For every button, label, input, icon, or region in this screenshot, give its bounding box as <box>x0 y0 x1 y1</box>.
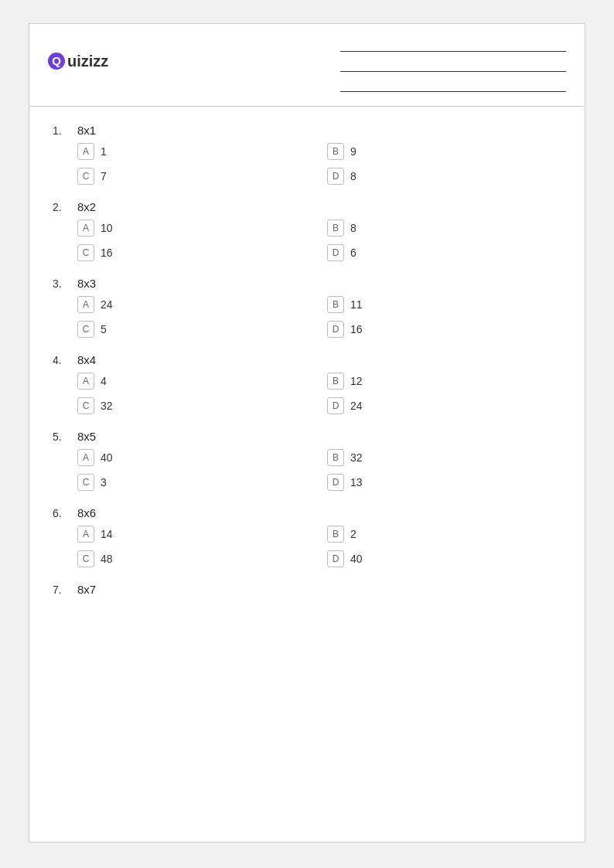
option-letter-badge: D <box>327 168 344 185</box>
question-block: 5.8x5A40B32C3D13 <box>53 420 561 491</box>
option-value: 6 <box>350 247 356 259</box>
question-text: 8x4 <box>77 353 96 366</box>
question-number: 4. <box>53 354 70 366</box>
question-text: 8x2 <box>77 200 96 213</box>
option-value: 8 <box>350 222 356 234</box>
option-c: C5 <box>77 321 312 338</box>
option-letter-badge: B <box>327 449 344 466</box>
option-value: 16 <box>350 323 363 335</box>
question-header: 5.8x5 <box>53 420 561 449</box>
option-letter-badge: B <box>327 373 344 390</box>
option-c: C48 <box>77 550 312 567</box>
option-letter-badge: A <box>77 526 94 543</box>
question-number: 2. <box>53 201 70 213</box>
option-letter-badge: B <box>327 220 344 237</box>
option-letter-badge: B <box>327 526 344 543</box>
option-c: C16 <box>77 244 312 261</box>
options-grid: A40B32C3D13 <box>77 449 561 491</box>
option-letter-badge: B <box>327 296 344 313</box>
option-value: 48 <box>101 553 113 565</box>
question-number: 7. <box>53 584 70 596</box>
page: Quizizz 1.8x1A1B9C7D82.8x2A10B8C16D63.8x… <box>29 23 585 842</box>
option-value: 14 <box>101 528 113 540</box>
option-letter-badge: A <box>77 296 94 313</box>
question-text: 8x3 <box>77 277 96 290</box>
option-value: 7 <box>101 170 107 182</box>
option-d: D16 <box>327 321 561 338</box>
option-a: A1 <box>77 143 312 160</box>
option-letter-badge: A <box>77 449 94 466</box>
option-a: A14 <box>77 526 312 543</box>
options-grid: A4B12C32D24 <box>77 373 561 414</box>
options-grid: A10B8C16D6 <box>77 220 561 261</box>
option-value: 40 <box>101 451 113 464</box>
name-line <box>340 38 566 52</box>
option-value: 10 <box>101 222 113 234</box>
option-value: 40 <box>350 553 363 565</box>
option-letter-badge: D <box>327 397 344 414</box>
option-letter-badge: C <box>77 550 94 567</box>
header-left: Quizizz <box>48 38 276 92</box>
option-value: 24 <box>350 400 363 412</box>
option-letter-badge: D <box>327 550 344 567</box>
option-a: A10 <box>77 220 312 237</box>
date-field-row <box>292 78 566 92</box>
option-c: C32 <box>77 397 312 414</box>
option-letter-badge: A <box>77 373 94 390</box>
name-field-row <box>292 38 566 52</box>
option-d: D6 <box>327 244 561 261</box>
option-b: B2 <box>327 526 561 543</box>
question-text: 8x5 <box>77 430 96 443</box>
options-grid: A14B2C48D40 <box>77 526 561 567</box>
option-value: 3 <box>101 476 107 488</box>
question-number: 1. <box>53 124 70 137</box>
option-value: 24 <box>101 298 113 311</box>
question-header: 2.8x2 <box>53 191 561 220</box>
option-c: C3 <box>77 474 312 491</box>
option-d: D13 <box>327 474 561 491</box>
question-number: 5. <box>53 431 70 443</box>
question-block: 2.8x2A10B8C16D6 <box>53 191 561 261</box>
date-line <box>340 78 566 92</box>
options-grid: A1B9C7D8 <box>77 143 561 185</box>
option-value: 1 <box>101 145 107 158</box>
question-header: 1.8x1 <box>53 114 561 143</box>
question-block: 7.8x7 <box>53 574 561 602</box>
option-value: 5 <box>101 323 107 335</box>
question-block: 6.8x6A14B2C48D40 <box>53 497 561 567</box>
header: Quizizz <box>29 24 585 107</box>
option-b: B11 <box>327 296 561 313</box>
option-letter-badge: A <box>77 143 94 160</box>
class-field-row <box>292 58 566 72</box>
option-letter-badge: C <box>77 321 94 338</box>
logo: Quizizz <box>48 53 276 70</box>
option-letter-badge: D <box>327 474 344 491</box>
option-value: 8 <box>350 170 356 182</box>
option-letter-badge: C <box>77 397 94 414</box>
question-number: 3. <box>53 277 70 290</box>
option-value: 12 <box>350 375 363 387</box>
option-value: 32 <box>350 451 363 464</box>
option-letter-badge: C <box>77 244 94 261</box>
option-b: B32 <box>327 449 561 466</box>
question-text: 8x6 <box>77 506 96 519</box>
header-right <box>292 38 566 92</box>
option-b: B12 <box>327 373 561 390</box>
question-block: 3.8x3A24B11C5D16 <box>53 267 561 338</box>
option-value: 32 <box>101 400 113 412</box>
question-number: 6. <box>53 507 70 519</box>
option-b: B9 <box>327 143 561 160</box>
question-block: 1.8x1A1B9C7D8 <box>53 114 561 185</box>
option-d: D8 <box>327 168 561 185</box>
option-c: C7 <box>77 168 312 185</box>
question-text: 8x7 <box>77 583 96 596</box>
question-header: 6.8x6 <box>53 497 561 526</box>
option-d: D40 <box>327 550 561 567</box>
question-block: 4.8x4A4B12C32D24 <box>53 344 561 414</box>
option-a: A4 <box>77 373 312 390</box>
class-line <box>340 58 566 72</box>
options-grid: A24B11C5D16 <box>77 296 561 338</box>
option-a: A40 <box>77 449 312 466</box>
option-value: 9 <box>350 145 356 158</box>
option-letter-badge: A <box>77 220 94 237</box>
